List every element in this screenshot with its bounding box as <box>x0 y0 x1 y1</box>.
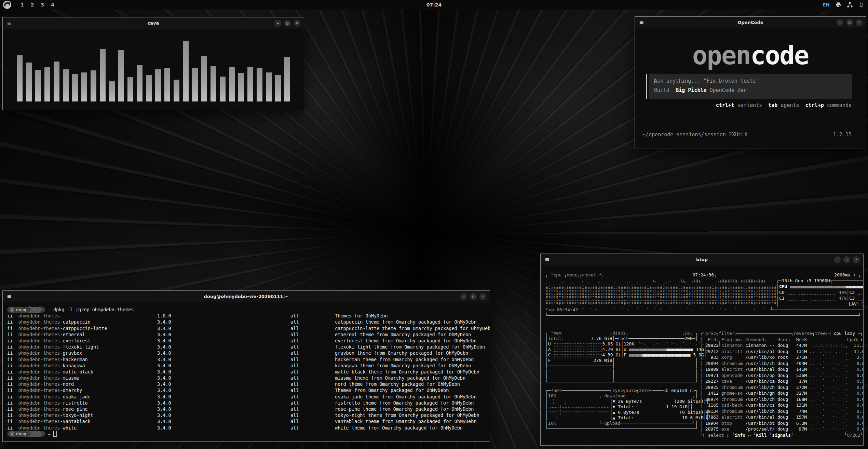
minimize-button[interactable]: – <box>837 19 843 26</box>
cava-bar <box>127 77 133 101</box>
package-row: ii ohmydebn-themes-catppuccin-latte 3.4.… <box>7 325 490 331</box>
cava-bar <box>220 77 226 101</box>
network-icon[interactable] <box>847 2 853 8</box>
cava-bar <box>164 68 170 101</box>
btop-proc-line: │ 28925 chromium /usr/lib/ch doug 272M ⠄… <box>700 384 863 391</box>
btop-proc-line: │ 19904 btop /usr/bin/bt doug 6.3M ⠄⠄⠂⠄⠁… <box>700 420 863 426</box>
cava-bar <box>91 70 96 101</box>
package-row: ii ohmydebn-themes-catppuccin 3.4.0 all … <box>7 319 490 325</box>
cava-titlebar[interactable]: ≡ cava – □ × <box>3 17 304 29</box>
cava-bar <box>174 80 179 101</box>
cava-bar <box>266 72 272 101</box>
printer-icon[interactable] <box>835 2 841 8</box>
close-button[interactable]: × <box>479 293 486 300</box>
keyboard-layout-indicator[interactable]: EN <box>823 2 830 8</box>
btop-cpu-line: ┌─¹cpu─┐menu┐preset *┌──────────────────… <box>545 272 863 278</box>
package-row: ii ohmydebn-themes-matte-black 3.4.0 all… <box>7 369 490 375</box>
maximize-button[interactable]: □ <box>846 19 853 26</box>
cava-bar <box>35 70 41 101</box>
cava-bar <box>257 68 262 101</box>
btop-cpu-line: ⣿⣿⣛⣿⣶⣿⣿⣽⣿⣿⣿⣿⣛⣿⣶⣿⣿⣽⣿⣿⣿⣿⣛⣿⣶⣿⣿⣽⣿⣿⣿⣿⣛⣿⣶⣿⣿⣽⣿⣿… <box>545 289 863 295</box>
top-bar: 1234 07:24 EN ♫ <box>0 0 868 10</box>
close-button[interactable]: × <box>853 256 860 263</box>
close-button[interactable]: × <box>294 20 300 27</box>
window-title: btop <box>541 254 863 266</box>
session-path: ~/opencode-sessions/session-2XUcLX <box>642 132 747 138</box>
package-row: ii ohmydebn-themes-everforest 3.4.0 all … <box>7 338 490 344</box>
terminal-content[interactable]: @doug~ → dpkg -l |grep ohmydebn-themes i… <box>3 302 490 441</box>
btop-mem-line: │C ⣒⣒⣒⣒⣒⣒⣒⣒⣒⣒⣒⣒⣒⣒⣒4.39 Gi│F ■■■■■■■■■■■■… <box>545 352 721 358</box>
cava-bar <box>54 62 59 101</box>
package-row: ii ohmydebn-themes-ethereal 3.4.0 all et… <box>7 331 490 338</box>
terminal-window: ≡ doug@ohmydebn-vm-20260111:~ – □ × @dou… <box>2 290 490 442</box>
maximize-button[interactable]: □ <box>284 20 291 27</box>
maximize-button[interactable]: □ <box>843 256 850 263</box>
btop-proc-line: └↑ select ↓ ┘info ↵ ┘Kill ┘signals└─────… <box>700 432 863 438</box>
btop-proc-line: │ 933 Xorg /usr/lib/xo root 271M ⠄⠄⠂⠄⠁⠄⠄… <box>700 354 863 360</box>
package-row: ii ohmydebn-themes-hackerman 3.4.0 all h… <box>7 356 490 363</box>
cava-bar <box>229 67 235 101</box>
cava-bar <box>17 55 23 101</box>
minimize-button[interactable]: – <box>274 20 281 27</box>
btop-cpu-line: └───────────────────────────────────────… <box>545 313 863 318</box>
btop-proc-line: │ 1165 csd-back /usr/bin/cs doug 131M ⠄⠄… <box>700 402 863 408</box>
package-row: ii ohmydebn-themes-gruvbox 3.4.0 all gru… <box>7 350 490 356</box>
btop-cpu-line: ⣿⣻⣿⣿⣭⣿⣟⣿⣿⣿⣿⣻⣿⣿⣭⣿⣟⣿⣿⣿⣿⣻⣿⣿⣭⣿⣟⣿⣿⣿⣿⣻⣿⣿⣭⣿⣟⣿⣿⣿… <box>545 295 863 301</box>
package-row: ii ohmydebn-themes-vantablack 3.4.0 all … <box>7 418 490 424</box>
btop-proc-line: │ 19971 opencode /usr/bin/op doug 536M ⠄… <box>700 372 863 379</box>
cava-bar <box>81 72 87 101</box>
prompt-line: @doug~ → <box>7 431 490 437</box>
btop-proc-line: ┌⁴proc┐filter┌────────────────────┐rever… <box>700 330 863 337</box>
terminal-titlebar[interactable]: ≡ doug@ohmydebn-vm-20260111:~ – □ × <box>3 291 490 302</box>
maximize-button[interactable]: □ <box>470 293 477 300</box>
btop-mem-line: │U ⣒⣒⣒⣒⣒⣒⣒⣒⣒⣒⣒⣒⣒⣒⣒3.05 Gi│120K ⠈⠂⠄⡀⠁⠄⠂⠀⠄… <box>545 341 721 347</box>
btop-net-line: │⠀⠀⢸⠀⠀⠀⠀⠀⠀⠀⠀⠀⠀⠀⠀⠀⠀⠀⠀│▲ Total: 18.6 MiB││ <box>545 415 709 421</box>
btop-net-line: ┌─³net──────────────────┐sync┐auto┐zero┐… <box>545 388 709 393</box>
cava-bar <box>63 69 69 101</box>
minimize-button[interactable]: – <box>834 256 841 263</box>
cava-bar <box>192 68 198 101</box>
btop-proc-panel[interactable]: ┌⁴proc┐filter┌────────────────────┐rever… <box>700 330 863 438</box>
cava-bar <box>201 56 207 101</box>
cava-bar <box>72 74 78 101</box>
package-row: ii ohmydebn-themes-nord 3.4.0 all nord t… <box>7 381 490 387</box>
desktop: 1234 07:24 EN ♫ ≡ cava – □ <box>0 0 868 449</box>
shortcut-hints: ctrl+t variants tab agents ctrl+p comman… <box>716 102 852 108</box>
btop-proc-line: │ 1412 gnome-so /usr/bin/gn doug 327M ⠄⠄… <box>700 390 863 396</box>
btop-net-line: │10K ┌─download─────────────────────────… <box>545 393 709 399</box>
prompt-input[interactable]: Ask anything... "Fix broken tests" Build… <box>649 74 852 99</box>
version-label: 1.2.15 <box>833 132 852 138</box>
package-row: ii ohmydebn-themes-white 3.4.0 all white… <box>7 425 490 431</box>
opencode-statusbar: ~/opencode-sessions/session-2XUcLX 1.2.1… <box>642 132 852 138</box>
minimize-button[interactable]: – <box>460 293 467 300</box>
close-button[interactable]: × <box>856 19 863 26</box>
user-icon: @ <box>10 432 14 436</box>
cava-bar <box>247 67 253 101</box>
btop-titlebar[interactable]: ≡ btop – □ × <box>541 254 863 266</box>
btop-mem-line: │ │ │ <box>545 369 721 374</box>
command-line: @doug~ → dpkg -l |grep ohmydebn-themes <box>7 307 490 313</box>
opencode-titlebar[interactable]: ≡ OpenCode – □ × <box>635 17 866 28</box>
btop-net-panel[interactable]: ┌─³net──────────────────┐sync┐auto┐zero┐… <box>545 388 709 432</box>
btop-cpu-line: ⠛⠛⠋⠛⠟⠛⠙⠛⠛⠋⠛⠛⠋⠛⠟⠛⠙⠛⠛⠋⠛⠛⠋⠛⠟⠛⠙⠛⠛⠋⠛⠛⠋⠛⠟⠛⠙⠛⠛⠋… <box>545 301 863 307</box>
package-list: ii ohmydebn-themes 1.0.0 all Themes for … <box>7 313 490 431</box>
window-title: cava <box>3 17 304 29</box>
btop-cpu-line: ⠀⡀⠀⠀⢀⣀⠀⠀⡀⠀⠀⠄⠀⡀⠀⠀⣀⡀⠀⠀⠀⡀⠀⠀⢀⣀⠀⠀⡀⠀⢀⠀⠀⣦⡀⠀⢀⣀⠄⠀… <box>545 278 863 284</box>
music-icon[interactable]: ♫ <box>858 2 865 8</box>
package-row: ii ohmydebn-themes-miasma 3.4.0 all mias… <box>7 375 490 381</box>
cava-bar <box>44 67 50 101</box>
package-row: ii ohmydebn-themes-omarchy 3.4.0 all The… <box>7 387 490 393</box>
agent-selector[interactable]: Build Big Pickle OpenCode Zen <box>654 87 846 93</box>
btop-content: ┌─¹cpu─┐menu┐preset *┌──────────────────… <box>541 266 863 445</box>
btop-mem-disks-panel[interactable]: ┌─²mem──────────────────┐disks┌─────────… <box>545 330 721 385</box>
cava-bar <box>211 66 216 101</box>
window-title: OpenCode <box>635 17 866 28</box>
cava-bar <box>275 75 281 101</box>
prompt-pill: @doug~ <box>7 307 45 313</box>
clock[interactable]: 07:24 <box>0 2 868 8</box>
cava-bar <box>238 73 244 101</box>
cava-bar <box>26 63 32 101</box>
btop-net-line: │10K └─upload───────────────────────────… <box>545 421 709 426</box>
btop-cpu-panel[interactable]: ┌─¹cpu─┐menu┐preset *┌──────────────────… <box>545 272 863 318</box>
cava-window: ≡ cava – □ × <box>2 17 304 110</box>
